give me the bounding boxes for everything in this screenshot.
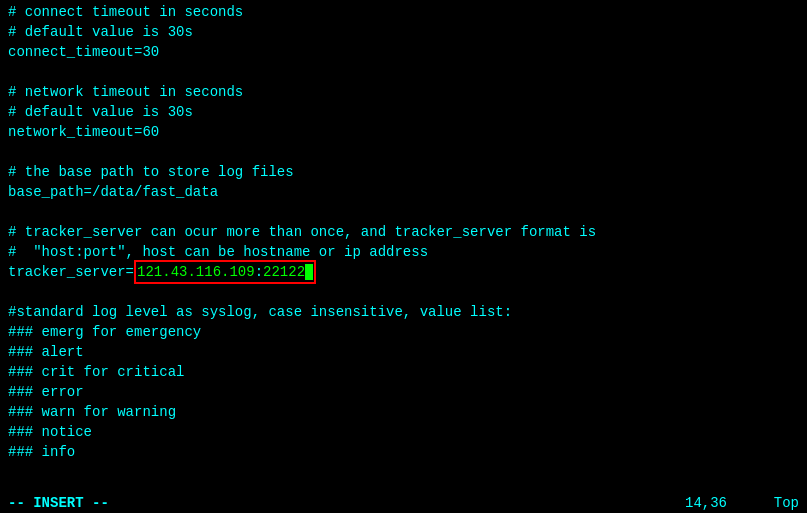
line-6: # default value is 30s	[8, 102, 799, 122]
line-1: # connect timeout in seconds	[8, 2, 799, 22]
cursor	[305, 264, 313, 280]
status-scroll: Top	[774, 495, 799, 511]
status-mode: -- INSERT --	[8, 495, 109, 511]
line-2: # default value is 30s	[8, 22, 799, 42]
line-7: network_timeout=60	[8, 122, 799, 142]
line-9: # the base path to store log files	[8, 162, 799, 182]
line-15	[8, 282, 799, 302]
editor: # connect timeout in seconds # default v…	[0, 0, 807, 513]
status-position: 14,36	[685, 495, 727, 511]
tracker-ip: 121.43.116.109	[137, 262, 255, 282]
line-13: # "host:port", host can be hostname or i…	[8, 242, 799, 262]
tracker-value-box: 121.43.116.109:22122	[134, 260, 316, 284]
line-3: connect_timeout=30	[8, 42, 799, 62]
line-17: ### emerg for emergency	[8, 322, 799, 342]
line-22: ### notice	[8, 422, 799, 442]
line-20: ### error	[8, 382, 799, 402]
line-12: # tracker_server can ocur more than once…	[8, 222, 799, 242]
code-area[interactable]: # connect timeout in seconds # default v…	[0, 0, 807, 493]
tracker-key: tracker_server=	[8, 262, 134, 282]
line-4	[8, 62, 799, 82]
line-14-tracker: tracker_server=121.43.116.109:22122	[8, 262, 799, 282]
line-5: # network timeout in seconds	[8, 82, 799, 102]
line-10: base_path=/data/fast_data	[8, 182, 799, 202]
line-23: ### info	[8, 442, 799, 462]
line-21: ### warn for warning	[8, 402, 799, 422]
line-16: #standard log level as syslog, case inse…	[8, 302, 799, 322]
line-18: ### alert	[8, 342, 799, 362]
line-8	[8, 142, 799, 162]
line-11	[8, 202, 799, 222]
line-19: ### crit for critical	[8, 362, 799, 382]
tracker-port: 22122	[263, 262, 305, 282]
tracker-sep: :	[255, 262, 263, 282]
status-bar: -- INSERT -- 14,36 Top	[0, 493, 807, 513]
